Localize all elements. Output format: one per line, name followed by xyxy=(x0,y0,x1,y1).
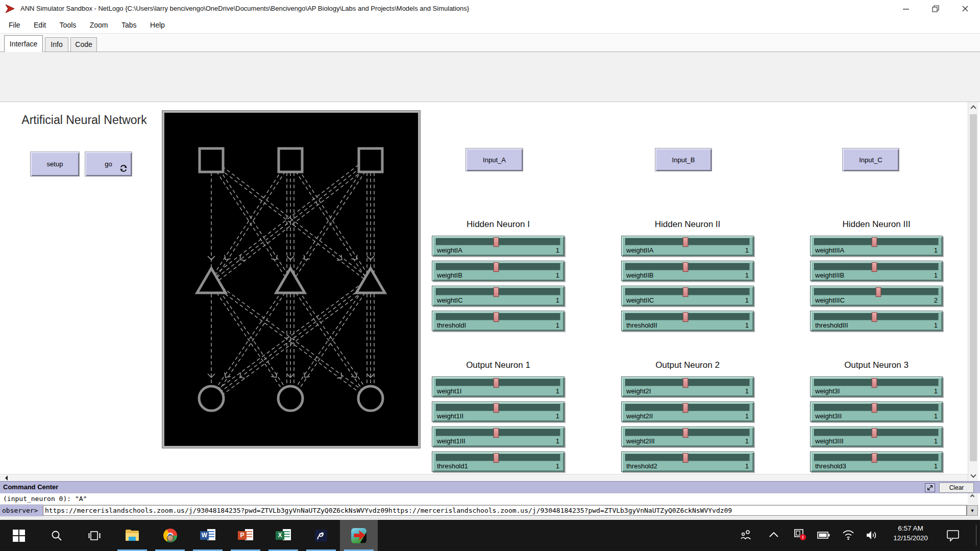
restore-button[interactable] xyxy=(921,0,950,17)
slider-track[interactable] xyxy=(625,454,750,461)
slider-weight3III[interactable]: weight3III 1 xyxy=(810,427,943,447)
slider-threshold2[interactable]: threshold2 1 xyxy=(621,452,754,472)
battery-tray-button[interactable] xyxy=(817,530,831,541)
command-input[interactable]: https://mercerislandschools.zoom.us/j/93… xyxy=(43,505,967,516)
slider-weightIA[interactable]: weightIA 1 xyxy=(432,236,565,256)
netlogo-taskbar-button[interactable] xyxy=(340,520,378,551)
tab-code[interactable]: Code xyxy=(70,37,97,52)
menu-help[interactable]: Help xyxy=(144,17,170,33)
slider-weight1III[interactable]: weight1III 1 xyxy=(432,427,565,447)
slider-track[interactable] xyxy=(814,404,939,411)
slider-handle[interactable] xyxy=(683,287,689,297)
slider-handle[interactable] xyxy=(494,428,499,438)
menu-tools[interactable]: Tools xyxy=(54,17,82,33)
slider-handle[interactable] xyxy=(872,403,877,413)
input-b-button[interactable]: Input_B xyxy=(655,148,712,171)
slider-handle[interactable] xyxy=(494,312,499,322)
world-view[interactable] xyxy=(162,111,420,448)
start-button[interactable] xyxy=(0,520,38,551)
tab-info[interactable]: Info xyxy=(45,37,68,52)
slider-weight2I[interactable]: weight2I 1 xyxy=(621,377,754,397)
slider-track[interactable] xyxy=(814,263,939,270)
menu-zoom[interactable]: Zoom xyxy=(84,17,114,33)
slider-handle[interactable] xyxy=(872,312,877,322)
word-button[interactable]: W xyxy=(189,520,227,551)
slider-track[interactable] xyxy=(436,454,560,461)
slider-track[interactable] xyxy=(625,429,750,436)
menu-edit[interactable]: Edit xyxy=(28,17,52,33)
notification-app-tray-button[interactable]: ! xyxy=(792,527,807,542)
slider-weightIIIB[interactable]: weightIIIB 1 xyxy=(810,261,943,281)
slider-weightIB[interactable]: weightIB 1 xyxy=(432,261,565,281)
search-button[interactable] xyxy=(38,520,76,551)
setup-button[interactable]: setup xyxy=(30,152,80,177)
input-a-button[interactable]: Input_A xyxy=(465,148,523,171)
slider-threshold1[interactable]: threshold1 1 xyxy=(432,452,565,472)
slider-handle[interactable] xyxy=(872,262,877,272)
slider-thresholdI[interactable]: thresholdI 1 xyxy=(432,311,565,331)
scroll-up-icon[interactable] xyxy=(970,105,976,111)
slider-thresholdII[interactable]: thresholdII 1 xyxy=(621,311,754,331)
slider-weight3I[interactable]: weight3I 1 xyxy=(810,377,943,397)
slider-track[interactable] xyxy=(436,429,560,436)
people-tray-button[interactable] xyxy=(739,528,753,542)
slider-handle[interactable] xyxy=(494,403,499,413)
slider-track[interactable] xyxy=(814,379,939,386)
slider-weight2III[interactable]: weight2III 1 xyxy=(621,427,754,447)
wifi-tray-button[interactable] xyxy=(841,528,855,541)
scroll-left-icon[interactable] xyxy=(3,475,8,481)
slider-weightIIA[interactable]: weightIIA 1 xyxy=(621,236,754,256)
slider-track[interactable] xyxy=(625,313,750,320)
slider-handle[interactable] xyxy=(683,428,689,438)
clear-button[interactable]: Clear xyxy=(939,483,974,493)
task-view-button[interactable] xyxy=(76,520,113,551)
slider-track[interactable] xyxy=(814,429,939,436)
scroll-up-icon[interactable] xyxy=(970,494,974,498)
slider-threshold3[interactable]: threshold3 1 xyxy=(810,452,943,472)
slider-track[interactable] xyxy=(625,238,750,245)
scroll-down-icon[interactable] xyxy=(970,472,976,478)
slider-weight3II[interactable]: weight3II 1 xyxy=(810,402,943,422)
vertical-scrollbar[interactable] xyxy=(968,102,978,481)
tab-interface[interactable]: Interface xyxy=(4,35,43,52)
slider-track[interactable] xyxy=(814,454,939,461)
slider-weightIC[interactable]: weightIC 1 xyxy=(432,286,565,306)
slider-weight2II[interactable]: weight2II 1 xyxy=(621,402,754,422)
slider-track[interactable] xyxy=(814,238,939,245)
slider-weightIIIA[interactable]: weightIIIA 1 xyxy=(810,236,943,256)
slider-handle[interactable] xyxy=(872,428,877,438)
slider-handle[interactable] xyxy=(683,237,689,247)
input-c-button[interactable]: Input_C xyxy=(842,148,899,171)
menu-file[interactable]: File xyxy=(3,17,26,33)
menu-tabs[interactable]: Tabs xyxy=(116,17,142,33)
scrollbar-thumb[interactable] xyxy=(970,114,977,461)
show-desktop-button[interactable] xyxy=(976,525,976,545)
slider-handle[interactable] xyxy=(683,378,689,388)
slider-handle[interactable] xyxy=(872,237,877,247)
slider-weightIIIC[interactable]: weightIIIC 2 xyxy=(810,286,943,306)
slider-handle[interactable] xyxy=(494,237,499,247)
slider-handle[interactable] xyxy=(494,262,499,272)
slider-handle[interactable] xyxy=(494,378,499,388)
slider-track[interactable] xyxy=(436,404,560,411)
close-button[interactable] xyxy=(950,0,980,17)
command-output-scrollbar[interactable] xyxy=(968,493,978,505)
powerpoint-button[interactable]: P xyxy=(227,520,264,551)
slider-track[interactable] xyxy=(436,379,560,386)
slider-handle[interactable] xyxy=(872,378,877,388)
slider-handle[interactable] xyxy=(872,453,877,463)
slider-handle[interactable] xyxy=(683,403,689,413)
slider-thresholdIII[interactable]: thresholdIII 1 xyxy=(810,311,943,331)
volume-tray-button[interactable] xyxy=(865,528,879,542)
slider-handle[interactable] xyxy=(875,287,881,297)
slider-handle[interactable] xyxy=(683,453,689,463)
file-explorer-button[interactable] xyxy=(113,520,151,551)
go-forever-button[interactable]: go xyxy=(85,152,132,177)
slider-track[interactable] xyxy=(814,313,939,320)
slider-handle[interactable] xyxy=(494,287,499,297)
slider-track[interactable] xyxy=(436,313,560,320)
slider-track[interactable] xyxy=(625,379,750,386)
slider-track[interactable] xyxy=(625,263,750,270)
action-center-button[interactable] xyxy=(945,528,961,542)
slider-track[interactable] xyxy=(814,288,939,295)
